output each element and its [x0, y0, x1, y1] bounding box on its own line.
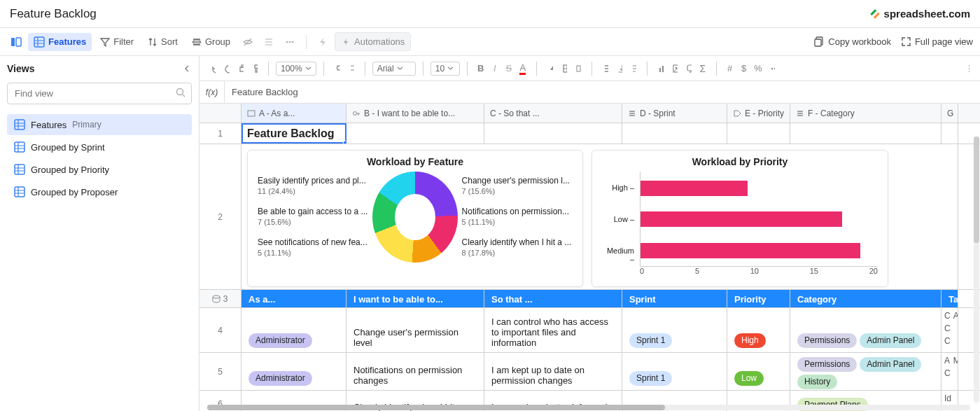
lightning-icon[interactable] [314, 33, 332, 51]
cell-so-that[interactable]: I can control who has access to importan… [484, 308, 622, 352]
wrap-icon[interactable] [627, 62, 640, 75]
view-item-grouped-by-priority[interactable]: Grouped by Priority [7, 159, 192, 180]
cell-r1-c7[interactable] [941, 123, 958, 144]
table-header-4[interactable]: Priority [727, 290, 790, 307]
percent-icon[interactable]: % [752, 62, 764, 75]
more-icon[interactable] [281, 33, 299, 51]
views-sidebar: Views Features Primary Grouped by Sprint… [0, 56, 200, 411]
borders-icon[interactable] [558, 62, 570, 75]
undo-icon[interactable] [206, 62, 219, 75]
cell-task[interactable]: CCCA [941, 308, 958, 352]
col-header-d[interactable]: D - Sprint [622, 104, 727, 123]
text-color-icon[interactable]: A [517, 62, 529, 75]
full-page-button[interactable]: Full page view [901, 36, 973, 47]
group-button[interactable]: Group [186, 33, 236, 50]
font-select[interactable]: Arial [372, 62, 416, 76]
halign-icon[interactable] [599, 62, 612, 75]
comment-icon[interactable] [682, 62, 695, 75]
bold-icon[interactable]: B [475, 62, 487, 75]
cell-want[interactable]: Change user's permission level [346, 308, 484, 352]
paint-icon[interactable] [248, 62, 261, 75]
sort-button[interactable]: Sort [142, 33, 183, 50]
merge-icon[interactable] [572, 62, 584, 75]
collapse-sidebar-icon[interactable] [182, 64, 192, 74]
search-icon [176, 88, 186, 98]
workload-by-feature-chart[interactable]: Workload by Feature Easily identify pric… [247, 150, 583, 287]
cell-r1-c4[interactable] [622, 123, 727, 144]
col-header-g[interactable]: G [941, 104, 958, 123]
zoom-select[interactable]: 100% [276, 62, 316, 76]
table-header-0[interactable]: As a... [241, 290, 346, 307]
dollar-icon[interactable]: $ [738, 62, 750, 75]
valign-icon[interactable] [613, 62, 626, 75]
dedent-icon[interactable] [331, 62, 344, 75]
kebab-icon[interactable] [960, 62, 973, 75]
cell-category[interactable]: Permissions Admin Panel History [790, 353, 941, 390]
row-number[interactable]: 3 [200, 290, 241, 307]
page-title: Feature Backlog [10, 7, 97, 21]
cell-sprint[interactable]: Sprint 1 [622, 353, 727, 390]
row-number[interactable]: 1 [200, 123, 241, 144]
image-icon[interactable] [668, 62, 681, 75]
view-chip-features[interactable]: Features [28, 33, 92, 51]
strike-icon[interactable]: S [503, 62, 515, 75]
copy-workbook-button[interactable]: Copy workbook [814, 36, 891, 47]
sigma-icon[interactable]: Σ [696, 62, 709, 75]
panel-toggle-icon[interactable] [7, 33, 25, 51]
table-header-6[interactable]: Tas [941, 290, 958, 307]
cell-a1[interactable]: Feature Backlog [241, 123, 346, 144]
cell-as-a[interactable]: Administrator [241, 308, 346, 352]
row-number[interactable]: 5 [200, 353, 241, 390]
col-header-c[interactable]: C - So that ... [484, 104, 622, 123]
hide-icon[interactable] [239, 33, 257, 51]
redo-icon[interactable] [220, 62, 233, 75]
col-header-e[interactable]: E - Priority [727, 104, 790, 123]
fill-icon[interactable] [544, 62, 556, 75]
cell-priority[interactable]: Low [727, 353, 790, 390]
donut-label: Notifications on permission...5 (11.1%) [462, 207, 573, 228]
print-icon[interactable] [234, 62, 247, 75]
cell-sprint[interactable]: Sprint 1 [622, 308, 727, 352]
table-header-1[interactable]: I want to be able to... [346, 290, 484, 307]
fill-handle[interactable] [343, 141, 346, 144]
cell-r1-c6[interactable] [790, 123, 941, 144]
svg-rect-21 [577, 66, 580, 71]
workload-by-priority-chart[interactable]: Workload by Priority High –Low –Medium –… [592, 150, 888, 287]
cell-r1-c5[interactable] [727, 123, 790, 144]
horizontal-scrollbar[interactable] [207, 405, 970, 410]
indent-icon[interactable] [345, 62, 358, 75]
cell-as-a[interactable]: Administrator [241, 353, 346, 390]
list-icon[interactable] [260, 33, 278, 51]
filter-button[interactable]: Filter [94, 33, 139, 50]
view-item-grouped-by-proposer[interactable]: Grouped by Proposer [7, 181, 192, 202]
more-format-icon[interactable] [766, 62, 778, 75]
automations-button[interactable]: Automations [335, 32, 411, 51]
select-all-corner[interactable] [200, 104, 241, 123]
cell-want[interactable]: Notifications on permission changes [346, 353, 484, 390]
hash-icon[interactable]: # [724, 62, 736, 75]
table-header-2[interactable]: So that ... [484, 290, 622, 307]
view-item-features[interactable]: Features Primary [7, 114, 192, 135]
chart-icon[interactable] [654, 62, 667, 75]
svg-point-33 [354, 111, 357, 115]
col-header-a[interactable]: A - As a... [241, 104, 346, 123]
cell-category[interactable]: Permissions Admin Panel [790, 308, 941, 352]
cell-so-that[interactable]: I am kept up to date on permission chang… [484, 353, 622, 390]
cell-task[interactable]: ACM [941, 353, 958, 390]
cell-priority[interactable]: High [727, 308, 790, 352]
table-header-3[interactable]: Sprint [622, 290, 727, 307]
font-size-select[interactable]: 10 [430, 62, 460, 76]
view-item-grouped-by-sprint[interactable]: Grouped by Sprint [7, 137, 192, 158]
col-header-f[interactable]: F - Category [790, 104, 941, 123]
formula-value[interactable]: Feature Backlog [225, 87, 305, 97]
cell-r1-c2[interactable] [346, 123, 484, 144]
vertical-scrollbar[interactable] [974, 137, 979, 403]
italic-icon[interactable]: I [489, 62, 501, 75]
row-number[interactable]: 4 [200, 308, 241, 352]
find-view-input[interactable] [7, 83, 192, 104]
row-number[interactable]: 2 [200, 144, 241, 289]
col-label: D - Sprint [640, 109, 676, 118]
cell-r1-c3[interactable] [484, 123, 622, 144]
col-header-b[interactable]: B - I want to be able to... [346, 104, 484, 123]
table-header-5[interactable]: Category [790, 290, 941, 307]
